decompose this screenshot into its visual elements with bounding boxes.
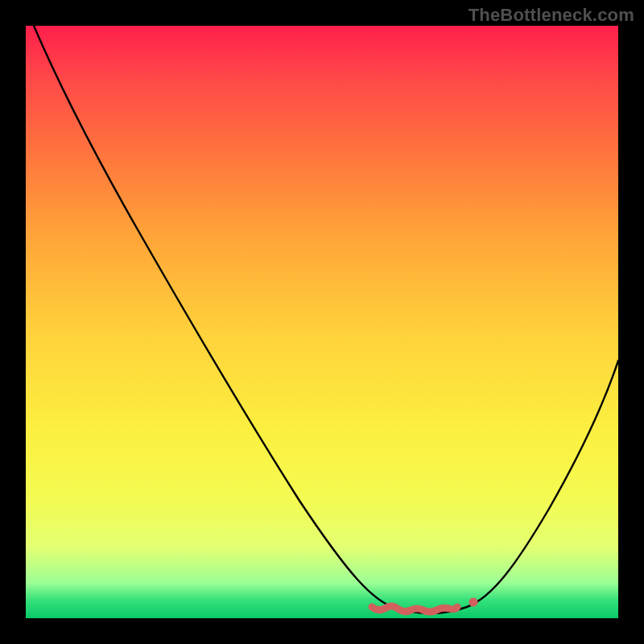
watermark-text: TheBottleneck.com <box>469 5 634 26</box>
chart-frame: TheBottleneck.com <box>0 0 644 644</box>
trough-highlight <box>372 606 457 612</box>
main-curve-path <box>34 26 618 613</box>
trough-end-dot <box>469 598 478 607</box>
plot-area <box>26 26 618 618</box>
bottleneck-curve <box>26 26 618 618</box>
